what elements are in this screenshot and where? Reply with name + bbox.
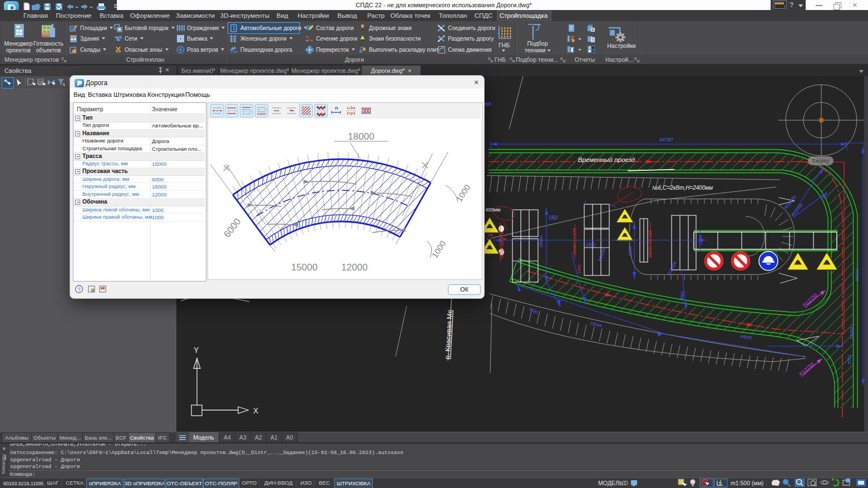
svg-text:8000: 8000 — [679, 291, 685, 300]
svg-text:р. Красивая Ме: р. Красивая Ме — [443, 309, 454, 359]
svg-text:ПК00+17,875: ПК00+17,875 — [572, 228, 577, 255]
svg-text:1400: 1400 — [586, 241, 595, 247]
svg-text:34787: 34787 — [659, 137, 673, 142]
svg-text:R12750: R12750 — [798, 361, 815, 377]
svg-text:15000: 15000 — [291, 262, 317, 273]
svg-text:18000: 18000 — [539, 235, 544, 248]
svg-text:6000: 6000 — [222, 216, 243, 240]
svg-text:1...: 1... — [523, 280, 529, 284]
svg-text:12,00: 12,00 — [699, 235, 703, 245]
svg-text:X: X — [253, 406, 259, 415]
svg-text:1400: 1400 — [549, 214, 558, 219]
svg-text:1400: 1400 — [576, 264, 581, 274]
svg-text:4: 4 — [504, 236, 506, 241]
svg-text:1000: 1000 — [430, 239, 447, 259]
svg-text:12000: 12000 — [341, 262, 367, 273]
svg-text:R12000: R12000 — [790, 202, 804, 218]
svg-text:жка: жка — [484, 101, 491, 106]
svg-text:5051: 5051 — [847, 354, 852, 364]
svg-text:1000: 1000 — [454, 183, 472, 203]
svg-text:1500: 1500 — [628, 246, 633, 256]
svg-text:22004: 22004 — [590, 321, 602, 328]
svg-text:ПК00+95,008: ПК00+95,008 — [648, 230, 653, 257]
svg-text:18000: 18000 — [348, 131, 374, 142]
svg-text:R18000: R18000 — [667, 260, 678, 276]
svg-text:00: 00 — [488, 233, 493, 238]
svg-text:№6,С=2кВт,Н=2400мм: №6,С=2кВт,Н=2400мм — [652, 185, 713, 191]
svg-text:?: ? — [77, 287, 80, 292]
svg-text:400мм: 400мм — [485, 207, 500, 213]
svg-text:Временный проезд: Временный проезд — [578, 156, 635, 163]
svg-text:56124: 56124 — [855, 268, 860, 281]
svg-text:44500: 44500 — [740, 334, 752, 341]
svg-text:Y: Y — [194, 346, 199, 354]
svg-text:14000: 14000 — [849, 327, 854, 339]
svg-text:R12000: R12000 — [597, 247, 606, 262]
svg-text:1030: 1030 — [528, 307, 539, 315]
svg-text:Сверху: Сверху — [812, 158, 830, 164]
svg-text:n: n — [335, 105, 338, 111]
